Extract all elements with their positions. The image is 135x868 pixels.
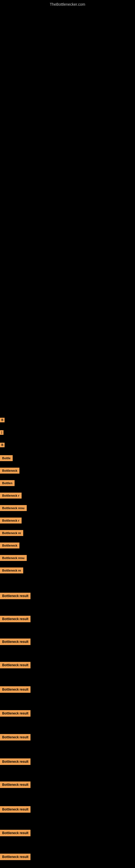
bottleneck-item: Bottlen [0, 480, 14, 486]
bottleneck-label: Bottleneck result [0, 830, 31, 836]
bottleneck-item: Bottleneck result [0, 806, 31, 813]
bottleneck-item: Bottleneck r [0, 518, 21, 524]
bottleneck-label: Bottleneck result [0, 781, 31, 788]
bottleneck-label: Bottleneck result [0, 734, 31, 741]
bottleneck-item: Bottleneck [0, 542, 19, 549]
bottleneck-item: Bottleneck [0, 468, 19, 474]
bottleneck-label: B [0, 418, 5, 422]
bottleneck-label: Bottleneck result [0, 593, 31, 599]
bottleneck-item: Bottleneck result [0, 639, 31, 645]
bottleneck-label: Bottleneck result [0, 616, 31, 622]
bottleneck-item: Bottleneck resu [0, 505, 27, 511]
bottleneck-label: Bottleneck [0, 468, 19, 474]
bottleneck-label: Bottleneck resu [0, 555, 27, 561]
bottleneck-item: Bottleneck re [0, 567, 23, 574]
bottleneck-item: Bottleneck result [0, 854, 31, 860]
bottleneck-item: Bottleneck result [0, 734, 31, 741]
bottleneck-label: Bottleneck result [0, 686, 31, 693]
bottleneck-label: Bottleneck result [0, 662, 31, 669]
bottleneck-item: Bottleneck re [0, 530, 23, 536]
bottleneck-label: Bottleneck [0, 542, 19, 549]
bottleneck-label: Bottlen [0, 480, 14, 486]
bottleneck-item: Bottleneck result [0, 662, 31, 669]
bottleneck-item: Bottleneck result [0, 616, 31, 622]
bottleneck-item: Bottleneck result [0, 781, 31, 788]
bottleneck-item: Bottleneck result [0, 758, 31, 765]
site-title: TheBottlenecker.com [50, 2, 85, 6]
bottleneck-label: Bottleneck r [0, 518, 21, 524]
bottleneck-item: Bottleneck resu [0, 555, 27, 561]
bottleneck-item: Bottleneck result [0, 593, 31, 599]
bottleneck-label: Bottle [0, 455, 13, 461]
bottleneck-label: Bottleneck result [0, 639, 31, 645]
bottleneck-label: Bottleneck result [0, 806, 31, 813]
bottleneck-item: Bottleneck result [0, 830, 31, 836]
bottleneck-label: Bottleneck re [0, 567, 23, 574]
bottleneck-label: | [0, 430, 3, 435]
bottleneck-item: Bottleneck r [0, 493, 21, 499]
bottleneck-label: Bottleneck resu [0, 505, 27, 511]
bottleneck-label: Bottleneck result [0, 710, 31, 717]
bottleneck-item: | [0, 430, 3, 435]
bottleneck-label: Bottleneck result [0, 854, 31, 860]
bottleneck-item: Bottleneck result [0, 686, 31, 693]
bottleneck-label: Bottleneck result [0, 758, 31, 765]
bottleneck-label: Bottleneck r [0, 493, 21, 499]
bottleneck-item: B [0, 443, 5, 447]
bottleneck-item: Bottle [0, 455, 13, 461]
bottleneck-item: Bottleneck result [0, 710, 31, 717]
bottleneck-item: B [0, 418, 5, 422]
bottleneck-label: B [0, 443, 5, 447]
bottleneck-label: Bottleneck re [0, 530, 23, 536]
